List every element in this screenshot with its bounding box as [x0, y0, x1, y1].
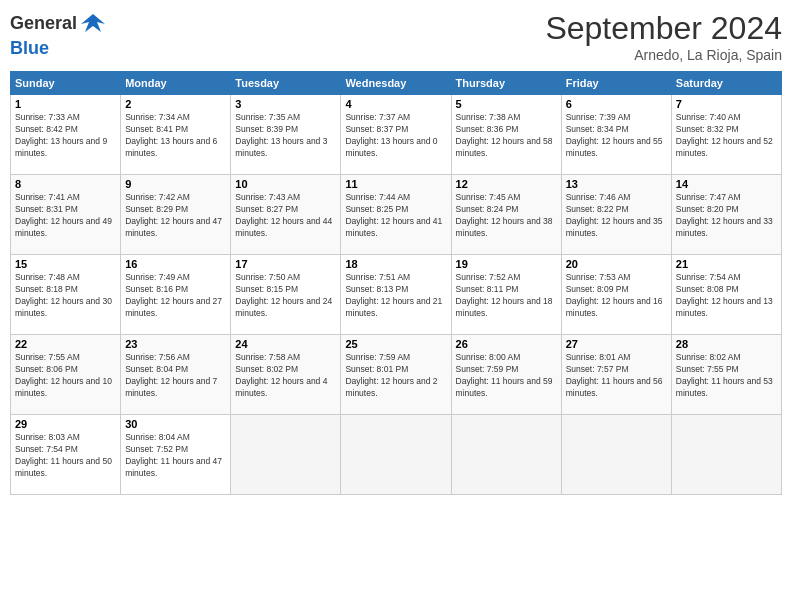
title-block: September 2024 Arnedo, La Rioja, Spain	[545, 10, 782, 63]
calendar-cell: 24Sunrise: 7:58 AMSunset: 8:02 PMDayligh…	[231, 335, 341, 415]
day-number: 18	[345, 258, 446, 270]
week-row: 22Sunrise: 7:55 AMSunset: 8:06 PMDayligh…	[11, 335, 782, 415]
day-number: 7	[676, 98, 777, 110]
calendar-cell: 18Sunrise: 7:51 AMSunset: 8:13 PMDayligh…	[341, 255, 451, 335]
day-number: 21	[676, 258, 777, 270]
calendar-body: 1Sunrise: 7:33 AMSunset: 8:42 PMDaylight…	[11, 95, 782, 495]
calendar-cell: 30Sunrise: 8:04 AMSunset: 7:52 PMDayligh…	[121, 415, 231, 495]
calendar-cell: 1Sunrise: 7:33 AMSunset: 8:42 PMDaylight…	[11, 95, 121, 175]
calendar-cell: 8Sunrise: 7:41 AMSunset: 8:31 PMDaylight…	[11, 175, 121, 255]
day-number: 6	[566, 98, 667, 110]
day-info: Sunrise: 7:54 AMSunset: 8:08 PMDaylight:…	[676, 272, 777, 320]
day-info: Sunrise: 8:04 AMSunset: 7:52 PMDaylight:…	[125, 432, 226, 480]
page-header: General Blue September 2024 Arnedo, La R…	[10, 10, 782, 63]
calendar-cell: 28Sunrise: 8:02 AMSunset: 7:55 PMDayligh…	[671, 335, 781, 415]
col-header-friday: Friday	[561, 72, 671, 95]
column-headers: SundayMondayTuesdayWednesdayThursdayFrid…	[11, 72, 782, 95]
day-info: Sunrise: 7:59 AMSunset: 8:01 PMDaylight:…	[345, 352, 446, 400]
day-number: 19	[456, 258, 557, 270]
calendar-cell: 2Sunrise: 7:34 AMSunset: 8:41 PMDaylight…	[121, 95, 231, 175]
day-number: 15	[15, 258, 116, 270]
location: Arnedo, La Rioja, Spain	[545, 47, 782, 63]
calendar-cell: 27Sunrise: 8:01 AMSunset: 7:57 PMDayligh…	[561, 335, 671, 415]
calendar-cell: 6Sunrise: 7:39 AMSunset: 8:34 PMDaylight…	[561, 95, 671, 175]
day-info: Sunrise: 7:49 AMSunset: 8:16 PMDaylight:…	[125, 272, 226, 320]
calendar-cell: 10Sunrise: 7:43 AMSunset: 8:27 PMDayligh…	[231, 175, 341, 255]
calendar-cell: 11Sunrise: 7:44 AMSunset: 8:25 PMDayligh…	[341, 175, 451, 255]
day-info: Sunrise: 7:37 AMSunset: 8:37 PMDaylight:…	[345, 112, 446, 160]
day-number: 9	[125, 178, 226, 190]
day-number: 28	[676, 338, 777, 350]
logo-general: General	[10, 13, 77, 33]
day-number: 4	[345, 98, 446, 110]
calendar-cell: 16Sunrise: 7:49 AMSunset: 8:16 PMDayligh…	[121, 255, 231, 335]
day-number: 3	[235, 98, 336, 110]
day-info: Sunrise: 8:03 AMSunset: 7:54 PMDaylight:…	[15, 432, 116, 480]
col-header-wednesday: Wednesday	[341, 72, 451, 95]
svg-marker-0	[81, 14, 105, 32]
calendar-cell	[341, 415, 451, 495]
col-header-thursday: Thursday	[451, 72, 561, 95]
day-info: Sunrise: 7:48 AMSunset: 8:18 PMDaylight:…	[15, 272, 116, 320]
day-number: 12	[456, 178, 557, 190]
week-row: 8Sunrise: 7:41 AMSunset: 8:31 PMDaylight…	[11, 175, 782, 255]
week-row: 1Sunrise: 7:33 AMSunset: 8:42 PMDaylight…	[11, 95, 782, 175]
calendar-cell	[561, 415, 671, 495]
day-number: 25	[345, 338, 446, 350]
col-header-sunday: Sunday	[11, 72, 121, 95]
day-info: Sunrise: 7:58 AMSunset: 8:02 PMDaylight:…	[235, 352, 336, 400]
calendar-cell: 13Sunrise: 7:46 AMSunset: 8:22 PMDayligh…	[561, 175, 671, 255]
calendar-cell: 19Sunrise: 7:52 AMSunset: 8:11 PMDayligh…	[451, 255, 561, 335]
day-number: 24	[235, 338, 336, 350]
col-header-monday: Monday	[121, 72, 231, 95]
day-number: 2	[125, 98, 226, 110]
month-title: September 2024	[545, 10, 782, 47]
day-info: Sunrise: 7:42 AMSunset: 8:29 PMDaylight:…	[125, 192, 226, 240]
calendar-cell: 15Sunrise: 7:48 AMSunset: 8:18 PMDayligh…	[11, 255, 121, 335]
day-info: Sunrise: 7:51 AMSunset: 8:13 PMDaylight:…	[345, 272, 446, 320]
day-info: Sunrise: 7:50 AMSunset: 8:15 PMDaylight:…	[235, 272, 336, 320]
calendar-cell: 7Sunrise: 7:40 AMSunset: 8:32 PMDaylight…	[671, 95, 781, 175]
day-number: 22	[15, 338, 116, 350]
day-info: Sunrise: 8:00 AMSunset: 7:59 PMDaylight:…	[456, 352, 557, 400]
day-info: Sunrise: 7:52 AMSunset: 8:11 PMDaylight:…	[456, 272, 557, 320]
col-header-tuesday: Tuesday	[231, 72, 341, 95]
day-info: Sunrise: 7:33 AMSunset: 8:42 PMDaylight:…	[15, 112, 116, 160]
logo-blue: Blue	[10, 38, 49, 58]
day-info: Sunrise: 7:53 AMSunset: 8:09 PMDaylight:…	[566, 272, 667, 320]
day-info: Sunrise: 7:34 AMSunset: 8:41 PMDaylight:…	[125, 112, 226, 160]
day-info: Sunrise: 7:43 AMSunset: 8:27 PMDaylight:…	[235, 192, 336, 240]
week-row: 29Sunrise: 8:03 AMSunset: 7:54 PMDayligh…	[11, 415, 782, 495]
day-number: 11	[345, 178, 446, 190]
day-number: 8	[15, 178, 116, 190]
day-number: 29	[15, 418, 116, 430]
calendar-cell	[231, 415, 341, 495]
day-info: Sunrise: 7:35 AMSunset: 8:39 PMDaylight:…	[235, 112, 336, 160]
day-number: 23	[125, 338, 226, 350]
day-number: 14	[676, 178, 777, 190]
day-info: Sunrise: 8:01 AMSunset: 7:57 PMDaylight:…	[566, 352, 667, 400]
calendar-cell	[451, 415, 561, 495]
day-number: 16	[125, 258, 226, 270]
calendar-table: SundayMondayTuesdayWednesdayThursdayFrid…	[10, 71, 782, 495]
day-info: Sunrise: 7:56 AMSunset: 8:04 PMDaylight:…	[125, 352, 226, 400]
calendar-cell: 14Sunrise: 7:47 AMSunset: 8:20 PMDayligh…	[671, 175, 781, 255]
day-info: Sunrise: 7:46 AMSunset: 8:22 PMDaylight:…	[566, 192, 667, 240]
day-number: 1	[15, 98, 116, 110]
day-info: Sunrise: 7:41 AMSunset: 8:31 PMDaylight:…	[15, 192, 116, 240]
calendar-cell: 5Sunrise: 7:38 AMSunset: 8:36 PMDaylight…	[451, 95, 561, 175]
day-number: 13	[566, 178, 667, 190]
calendar-cell: 25Sunrise: 7:59 AMSunset: 8:01 PMDayligh…	[341, 335, 451, 415]
calendar-cell: 4Sunrise: 7:37 AMSunset: 8:37 PMDaylight…	[341, 95, 451, 175]
day-info: Sunrise: 7:47 AMSunset: 8:20 PMDaylight:…	[676, 192, 777, 240]
calendar-cell: 23Sunrise: 7:56 AMSunset: 8:04 PMDayligh…	[121, 335, 231, 415]
week-row: 15Sunrise: 7:48 AMSunset: 8:18 PMDayligh…	[11, 255, 782, 335]
day-info: Sunrise: 8:02 AMSunset: 7:55 PMDaylight:…	[676, 352, 777, 400]
calendar-cell: 3Sunrise: 7:35 AMSunset: 8:39 PMDaylight…	[231, 95, 341, 175]
day-info: Sunrise: 7:39 AMSunset: 8:34 PMDaylight:…	[566, 112, 667, 160]
day-info: Sunrise: 7:55 AMSunset: 8:06 PMDaylight:…	[15, 352, 116, 400]
col-header-saturday: Saturday	[671, 72, 781, 95]
day-info: Sunrise: 7:38 AMSunset: 8:36 PMDaylight:…	[456, 112, 557, 160]
day-number: 30	[125, 418, 226, 430]
logo: General Blue	[10, 10, 107, 60]
